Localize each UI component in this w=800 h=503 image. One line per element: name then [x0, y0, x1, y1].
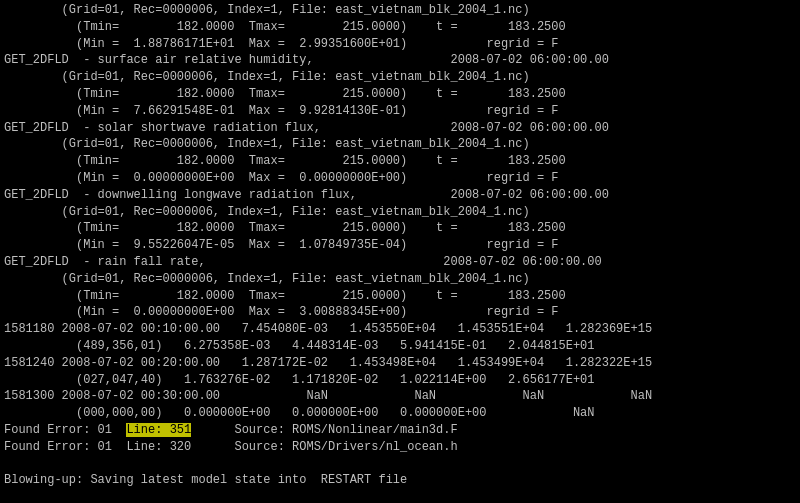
line-13: (Grid=01, Rec=0000006, Index=1, File: ea… — [4, 204, 796, 221]
terminal-output: (Grid=01, Rec=0000006, Index=1, File: ea… — [4, 2, 796, 501]
line-25: (000,000,00) 0.000000E+00 0.000000E+00 0… — [4, 405, 796, 422]
line-2: (Tmin= 182.0000 Tmax= 215.0000) t = 183.… — [4, 19, 796, 36]
line-11: (Min = 0.00000000E+00 Max = 0.00000000E+… — [4, 170, 796, 187]
error-highlight-line351: Line: 351 — [126, 423, 191, 437]
blank-line-1 — [4, 456, 796, 473]
line-14: (Tmin= 182.0000 Tmax= 215.0000) t = 183.… — [4, 220, 796, 237]
line-17: (Grid=01, Rec=0000006, Index=1, File: ea… — [4, 271, 796, 288]
line-19: (Min = 0.00000000E+00 Max = 3.00888345E+… — [4, 304, 796, 321]
line-22: 1581240 2008-07-02 00:20:00.00 1.287172E… — [4, 355, 796, 372]
line-26-error: Found Error: 01 Line: 351 Source: ROMS/N… — [4, 422, 796, 439]
line-1: (Grid=01, Rec=0000006, Index=1, File: ea… — [4, 2, 796, 19]
line-4: GET_2DFLD - surface air relative humidit… — [4, 52, 796, 69]
line-20: 1581180 2008-07-02 00:10:00.00 7.454080E… — [4, 321, 796, 338]
line-10: (Tmin= 182.0000 Tmax= 215.0000) t = 183.… — [4, 153, 796, 170]
line-27-error: Found Error: 01 Line: 320 Source: ROMS/D… — [4, 439, 796, 456]
line-29-blowup: Blowing-up: Saving latest model state in… — [4, 472, 796, 489]
line-21: (489,356,01) 6.275358E-03 4.448314E-03 5… — [4, 338, 796, 355]
line-9: (Grid=01, Rec=0000006, Index=1, File: ea… — [4, 136, 796, 153]
line-23: (027,047,40) 1.763276E-02 1.171820E-02 1… — [4, 372, 796, 389]
line-8: GET_2DFLD - solar shortwave radiation fl… — [4, 120, 796, 137]
line-7: (Min = 7.66291548E-01 Max = 9.92814130E-… — [4, 103, 796, 120]
line-24: 1581300 2008-07-02 00:30:00.00 NaN NaN N… — [4, 388, 796, 405]
line-3: (Min = 1.88786171E+01 Max = 2.99351600E+… — [4, 36, 796, 53]
line-12: GET_2DFLD - downwelling longwave radiati… — [4, 187, 796, 204]
line-16: GET_2DFLD - rain fall rate, 2008-07-02 0… — [4, 254, 796, 271]
line-18: (Tmin= 182.0000 Tmax= 215.0000) t = 183.… — [4, 288, 796, 305]
line-6: (Tmin= 182.0000 Tmax= 215.0000) t = 183.… — [4, 86, 796, 103]
line-15: (Min = 9.55226047E-05 Max = 1.07849735E-… — [4, 237, 796, 254]
blank-line-2 — [4, 489, 796, 501]
line-5: (Grid=01, Rec=0000006, Index=1, File: ea… — [4, 69, 796, 86]
